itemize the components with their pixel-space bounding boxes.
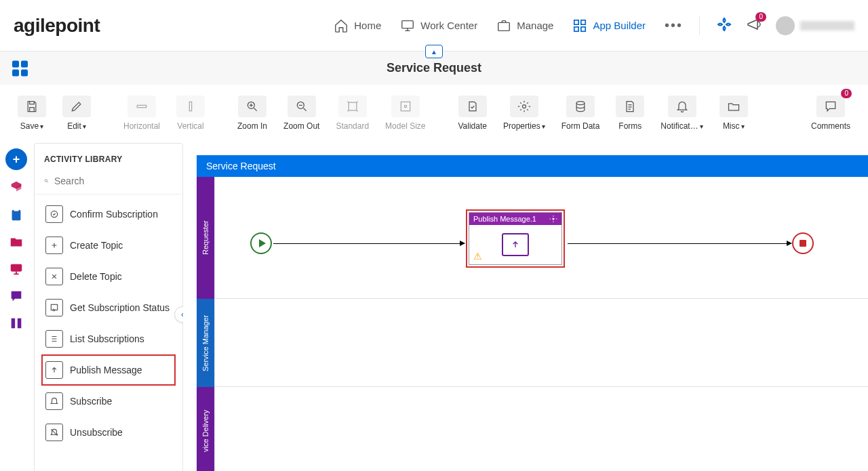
lane-body-requester[interactable]: Publish Message.1 ⚠ <box>214 177 868 299</box>
save-button[interactable]: Save▾ <box>11 90 53 134</box>
edit-icon <box>70 100 83 113</box>
zoom-in-icon <box>245 100 259 113</box>
svg-rect-3 <box>581 20 585 24</box>
collapse-up-button[interactable]: ▲ <box>425 45 443 58</box>
lib-item-get-subscription-status[interactable]: Get Subscription Status <box>41 292 176 323</box>
document-icon <box>623 100 637 113</box>
nav-work-center[interactable]: Work Center <box>400 18 477 33</box>
page-subheader: ▲ Service Request <box>0 52 868 85</box>
comments-badge: 0 <box>841 89 852 98</box>
svg-rect-11 <box>401 102 410 110</box>
main-nav: Home Work Center Manage App Builder ••• <box>334 18 683 33</box>
database-icon <box>574 100 587 113</box>
lib-item-list-subscriptions[interactable]: List Subscriptions <box>41 323 176 354</box>
add-button[interactable]: + <box>5 148 27 170</box>
left-rail: + <box>0 142 33 471</box>
library-search <box>35 171 182 194</box>
search-input[interactable] <box>54 176 173 186</box>
svg-point-23 <box>553 218 555 220</box>
process-canvas[interactable]: Service Request Requester Publish Messag… <box>183 142 868 471</box>
lane-body-service-manager[interactable] <box>214 299 868 387</box>
start-node[interactable] <box>250 232 272 254</box>
notification-badge: 0 <box>755 12 766 22</box>
validate-button[interactable]: Validate <box>451 90 493 134</box>
warning-icon: ⚠ <box>473 251 482 262</box>
nav-work-center-label: Work Center <box>420 20 477 31</box>
process-title-bar: Service Request <box>197 155 868 177</box>
horizontal-button[interactable]: Horizontal <box>117 90 167 134</box>
rail-columns-icon[interactable] <box>7 314 26 333</box>
end-node[interactable] <box>792 232 814 254</box>
nav-app-builder-label: App Builder <box>593 20 646 31</box>
folder-icon <box>727 100 741 113</box>
gear-icon[interactable] <box>549 215 557 223</box>
nav-home[interactable]: Home <box>334 18 381 33</box>
lane-service-manager: Service Manager <box>197 299 868 387</box>
zoom-out-button[interactable]: Zoom Out <box>277 90 326 134</box>
library-title: ACTIVITY LIBRARY <box>35 144 182 171</box>
standard-button[interactable]: Standard <box>329 90 376 134</box>
standard-icon <box>346 100 359 113</box>
vertical-button[interactable]: Vertical <box>170 90 212 134</box>
validate-icon <box>466 100 479 113</box>
lane-label-service-manager[interactable]: Service Manager <box>197 299 214 387</box>
svg-rect-16 <box>14 209 18 211</box>
user-menu[interactable] <box>776 16 854 35</box>
edit-button[interactable]: Edit▾ <box>56 90 98 134</box>
activity-title-label: Publish Message.1 <box>473 215 536 223</box>
nav-home-label: Home <box>354 20 381 31</box>
edge-start-to-activity <box>273 243 465 244</box>
publish-message-icon <box>502 233 529 256</box>
rail-cube-icon[interactable] <box>7 178 26 197</box>
nav-app-builder[interactable]: App Builder <box>572 18 646 33</box>
lib-item-subscribe[interactable]: Subscribe <box>41 386 176 417</box>
nav-manage-label: Manage <box>517 20 553 31</box>
avatar <box>776 16 795 35</box>
header-spinner-icon[interactable] <box>716 16 732 35</box>
nav-more-button[interactable]: ••• <box>665 18 683 33</box>
lane-body-service-delivery[interactable] <box>214 387 868 471</box>
lane-service-delivery: vice Delivery <box>197 387 868 471</box>
lib-item-unsubscribe[interactable]: Unsubscribe <box>41 417 176 448</box>
lane-label-service-delivery[interactable]: vice Delivery <box>197 387 214 471</box>
model-size-button[interactable]: Model Size <box>378 90 432 134</box>
apps-grid-icon[interactable] <box>12 60 28 76</box>
svg-rect-5 <box>581 26 585 30</box>
svg-rect-1 <box>498 22 510 30</box>
forms-button[interactable]: Forms <box>609 90 651 134</box>
lib-item-create-topic[interactable]: Create Topic <box>41 230 176 261</box>
lib-item-confirm-subscription[interactable]: Confirm Subscription <box>41 199 176 230</box>
username <box>800 21 854 30</box>
svg-rect-4 <box>574 26 578 30</box>
lane-label-requester[interactable]: Requester <box>197 177 214 299</box>
search-icon <box>44 175 49 187</box>
properties-button[interactable]: Properties▾ <box>496 90 552 134</box>
svg-point-20 <box>45 180 47 182</box>
notifications-button[interactable]: 0 <box>746 16 762 35</box>
zoom-in-button[interactable]: Zoom In <box>231 90 274 134</box>
misc-button[interactable]: Misc▾ <box>713 90 755 134</box>
rail-folder-icon[interactable] <box>7 232 26 251</box>
rail-clipboard-icon[interactable] <box>7 205 26 224</box>
lib-item-delete-topic[interactable]: Delete Topic <box>41 261 176 292</box>
comments-button[interactable]: 0 Comments <box>804 90 857 134</box>
toolbar: Save▾ Edit▾ Horizontal Vertical Zoom In … <box>0 85 868 142</box>
svg-rect-6 <box>137 105 146 107</box>
svg-rect-18 <box>12 319 16 329</box>
gear-icon <box>517 100 531 113</box>
activity-publish-message[interactable]: Publish Message.1 ⚠ <box>466 209 565 268</box>
svg-point-12 <box>404 105 406 107</box>
monitor-icon <box>400 18 415 33</box>
lib-item-publish-message[interactable]: Publish Message <box>41 354 176 386</box>
form-data-button[interactable]: Form Data <box>555 90 607 134</box>
notifications-tool-button[interactable]: Notificat…▾ <box>654 90 709 134</box>
svg-rect-0 <box>402 20 414 28</box>
save-icon <box>25 100 39 113</box>
vertical-icon <box>184 100 197 113</box>
zoom-out-icon <box>295 100 309 113</box>
swimlanes: Requester Publish Message.1 ⚠ <box>197 177 868 471</box>
rail-chat-icon[interactable] <box>7 287 26 306</box>
rail-presentation-icon[interactable] <box>7 260 26 279</box>
nav-manage[interactable]: Manage <box>496 18 553 33</box>
bell-icon <box>675 100 689 113</box>
